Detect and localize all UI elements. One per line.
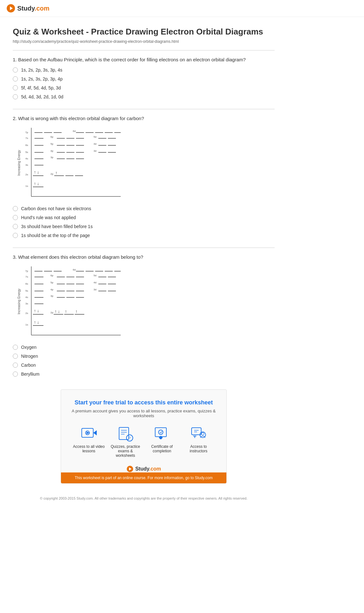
svg-text:1s: 1s: [26, 323, 28, 326]
svg-text:4p: 4p: [50, 288, 53, 291]
svg-text:6s: 6s: [26, 282, 28, 285]
q2-option-2[interactable]: Hund's rule was not applied: [13, 215, 275, 220]
svg-text:5d: 5d: [94, 135, 96, 138]
svg-marker-126: [93, 430, 97, 435]
feature-quiz: ? Quizzes, practice exams & worksheets: [108, 426, 143, 458]
feature-instructor-label: Access to instructors: [181, 444, 216, 453]
svg-text:7s: 7s: [26, 137, 28, 140]
svg-text:↑: ↑: [34, 308, 36, 313]
q2-orbital-svg: 7p 6d 7s 6p 5d: [22, 126, 124, 200]
svg-text:3s: 3s: [26, 302, 28, 305]
question-1: 1. Based on the Aufbau Principle, which …: [13, 57, 275, 99]
q3-option-2[interactable]: Nitrogen: [13, 354, 275, 359]
q2-option-4-text: 1s should be at the top of the page: [21, 233, 90, 238]
svg-text:3d: 3d: [94, 149, 96, 152]
divider-2: [13, 109, 275, 109]
svg-text:6p: 6p: [50, 274, 53, 277]
svg-text:↑: ↑: [34, 181, 36, 186]
svg-text:4s: 4s: [26, 157, 28, 160]
question-1-text: 1. Based on the Aufbau Principle, which …: [13, 57, 275, 62]
page-url: http://study.com/academy/practice/quiz-w…: [13, 39, 275, 44]
radio-1-2[interactable]: [13, 76, 18, 81]
svg-text:2p: 2p: [50, 311, 53, 314]
main-content: Quiz & Worksheet - Practice Drawing Elec…: [0, 17, 287, 516]
svg-point-136: [159, 430, 163, 434]
svg-text:6s: 6s: [26, 144, 28, 147]
premium-logo-row: Study.com: [71, 465, 217, 472]
svg-text:↓: ↓: [37, 308, 39, 313]
svg-text:↑: ↑: [65, 309, 67, 314]
question-3: 3. What element does this electron orbit…: [13, 254, 275, 377]
svg-text:7p: 7p: [25, 270, 28, 272]
svg-text:3p: 3p: [50, 295, 53, 297]
q1-option-2[interactable]: 1s, 2s, 3s, 2p, 3p, 4p: [13, 76, 275, 81]
svg-text:6p: 6p: [50, 135, 53, 138]
premium-subtitle: A premium account gives you access to al…: [71, 409, 217, 418]
radio-1-3[interactable]: [13, 85, 18, 90]
svg-text:2p: 2p: [50, 172, 53, 175]
divider-3: [13, 248, 275, 248]
video-icon: [81, 426, 97, 442]
q1-option-1[interactable]: 1s, 2s, 2p, 3s, 3p, 4s: [13, 67, 275, 73]
svg-text:3d: 3d: [94, 288, 96, 291]
q2-option-3[interactable]: 3s should have been filled before 1s: [13, 224, 275, 229]
q3-option-4[interactable]: Beryllium: [13, 372, 275, 377]
premium-features: Access to all video lessons ? Quizzes, p…: [71, 426, 217, 458]
q2-option-1-text: Carbon does not have six electrons: [21, 206, 91, 211]
svg-point-141: [160, 437, 162, 439]
radio-3-1[interactable]: [13, 345, 18, 350]
copyright: © copyright 2003-2015 Study.com. All oth…: [13, 496, 275, 507]
radio-2-3[interactable]: [13, 224, 18, 229]
svg-text:5s: 5s: [26, 151, 28, 154]
radio-1-4[interactable]: [13, 94, 18, 99]
svg-line-138: [161, 431, 162, 433]
q2-option-1[interactable]: Carbon does not have six electrons: [13, 206, 275, 211]
question-2-text: 2. What is wrong with this electron orbi…: [13, 116, 275, 121]
svg-text:↓: ↓: [37, 170, 39, 174]
radio-2-2[interactable]: [13, 215, 18, 220]
svg-text:5p: 5p: [50, 142, 53, 145]
svg-text:7p: 7p: [25, 131, 28, 134]
feature-instructor: Access to instructors: [181, 426, 216, 458]
radio-2-4[interactable]: [13, 233, 18, 238]
q3-option-3[interactable]: Carbon: [13, 363, 275, 368]
svg-text:3p: 3p: [50, 156, 53, 159]
q3-energy-label: Increasing Energy: [16, 265, 22, 338]
radio-3-4[interactable]: [13, 372, 18, 377]
logo-icon: [6, 4, 15, 13]
feature-quiz-label: Quizzes, practice exams & worksheets: [108, 444, 143, 458]
q2-energy-label: Increasing Energy: [16, 126, 22, 200]
q3-orbital-svg: 7p 6d 7s 6p 5d: [22, 265, 124, 338]
header: Study.com: [0, 0, 364, 17]
q3-option-3-text: Carbon: [21, 363, 36, 368]
premium-footer: This worksheet is part of an online cour…: [61, 472, 226, 483]
radio-1-1[interactable]: [13, 67, 18, 73]
q3-option-2-text: Nitrogen: [21, 354, 38, 359]
radio-2-1[interactable]: [13, 206, 18, 211]
quiz-icon: ?: [118, 426, 133, 442]
svg-rect-142: [192, 428, 201, 435]
page-title: Quiz & Worksheet - Practice Drawing Elec…: [13, 27, 275, 37]
svg-text:5p: 5p: [50, 281, 53, 284]
instructor-icon: [191, 426, 207, 442]
q1-option-4[interactable]: 5d, 4d, 3d, 2d, 1d, 0d: [13, 94, 275, 99]
q1-option-2-text: 1s, 2s, 3s, 2p, 3p, 4p: [21, 76, 63, 81]
question-2: 2. What is wrong with this electron orbi…: [13, 116, 275, 238]
svg-rect-135: [155, 428, 166, 437]
q3-option-1[interactable]: Oxygen: [13, 345, 275, 350]
svg-text:↑: ↑: [55, 170, 57, 175]
q2-option-3-text: 3s should have been filled before 1s: [21, 224, 93, 229]
radio-3-2[interactable]: [13, 354, 18, 359]
q1-option-3[interactable]: 5f, 4f, 5d, 4d, 5p, 3d: [13, 85, 275, 90]
svg-text:2s: 2s: [26, 312, 28, 315]
svg-text:2s: 2s: [26, 173, 28, 176]
q2-option-4[interactable]: 1s should be at the top of the page: [13, 233, 275, 238]
svg-text:↑: ↑: [55, 309, 57, 314]
svg-text:↑: ↑: [34, 320, 36, 325]
feature-certificate: Certificate of completion: [144, 426, 179, 458]
svg-text:4p: 4p: [50, 149, 53, 152]
svg-text:↓: ↓: [37, 181, 39, 186]
logo[interactable]: Study.com: [6, 4, 49, 13]
radio-3-3[interactable]: [13, 363, 18, 368]
svg-text:?: ?: [129, 436, 131, 440]
